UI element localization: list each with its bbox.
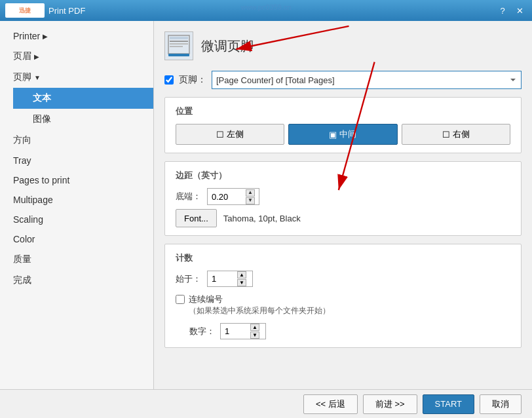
- svg-rect-4: [170, 46, 183, 47]
- continuous-row: 连续编号 （如果禁选中系统采用每个文件夹开始）: [176, 294, 510, 316]
- count-start-down[interactable]: ▼: [237, 279, 246, 286]
- footer-checkbox[interactable]: [164, 75, 174, 85]
- back-button[interactable]: << 后退: [303, 394, 358, 414]
- start-button[interactable]: START: [423, 394, 474, 414]
- bottom-bar: << 后退 前进 >> START 取消: [0, 389, 532, 418]
- margin-bottom-value[interactable]: [212, 192, 244, 202]
- continuous-label: 连续编号: [189, 294, 330, 305]
- sidebar-item-scaling[interactable]: Scaling: [0, 210, 153, 229]
- margin-bottom-label: 底端：: [176, 191, 202, 202]
- font-row: Font... Tahoma, 10pt, Black: [176, 209, 510, 227]
- panel-header: 微调页脚: [164, 31, 522, 60]
- footer-content-dropdown[interactable]: [Page Counter] of [Total Pages][Page Cou…: [212, 71, 522, 89]
- app-logo: 迅捷: [5, 3, 45, 18]
- margin-section: 边距（英寸） 底端： ▲ ▼ Font... Tahoma, 10pt, Bla…: [164, 161, 522, 236]
- panel-title: 微调页脚: [201, 37, 254, 55]
- digits-value[interactable]: [221, 325, 250, 337]
- close-button[interactable]: ✕: [512, 4, 527, 17]
- continuous-note: （如果禁选中系统采用每个文件夹开始）: [189, 305, 330, 316]
- position-center-button[interactable]: ▣ 中间: [288, 124, 397, 145]
- help-button[interactable]: ?: [495, 4, 510, 17]
- position-center-label: 中间: [339, 128, 356, 140]
- footer-checkbox-label: 页脚：: [179, 74, 206, 86]
- sidebar-item-color[interactable]: Color: [0, 229, 153, 249]
- margin-section-title: 边距（英寸）: [176, 170, 510, 181]
- sidebar-item-text[interactable]: 文本: [13, 88, 153, 109]
- main-container: Printer 页眉 页脚 文本 图像 方向 Tray Pages to pri…: [0, 21, 532, 418]
- position-left-button[interactable]: ☐ 左侧: [176, 124, 284, 145]
- position-section-title: 位置: [176, 105, 510, 117]
- count-section-title: 计数: [176, 252, 510, 264]
- position-section: 位置 ☐ 左侧 ▣ 中间 ☐ 右侧: [164, 97, 522, 153]
- font-info: Tahoma, 10pt, Black: [223, 214, 301, 223]
- sidebar-item-quality[interactable]: 质量: [0, 249, 153, 270]
- digits-row: 数字： ▲ ▼: [176, 323, 510, 339]
- count-start-row: 始于： ▲ ▼: [176, 271, 510, 287]
- svg-rect-2: [170, 41, 188, 42]
- position-buttons: ☐ 左侧 ▣ 中间 ☐ 右侧: [176, 124, 510, 145]
- sidebar-sub-footer: 文本 图像: [0, 88, 153, 130]
- digits-down[interactable]: ▼: [250, 332, 259, 339]
- content-area: 微调页脚 页脚： [Page Counter] of [Total Pages]…: [154, 21, 532, 418]
- margin-up-arrow[interactable]: ▲: [246, 189, 255, 197]
- sidebar: Printer 页眉 页脚 文本 图像 方向 Tray Pages to pri…: [0, 21, 154, 418]
- forward-button[interactable]: 前进 >>: [363, 394, 417, 414]
- sidebar-item-direction[interactable]: 方向: [0, 130, 153, 151]
- svg-rect-1: [170, 37, 188, 39]
- app-title: Print PDF: [48, 6, 85, 16]
- cancel-button[interactable]: 取消: [480, 394, 522, 414]
- count-section: 计数 始于： ▲ ▼ 连续编号 （如果禁选中系统采用每个文件夹开始）: [164, 244, 522, 348]
- continuous-checkbox[interactable]: [176, 295, 185, 304]
- title-bar: 迅捷 Print PDF ? ✕: [0, 0, 532, 21]
- sidebar-item-finish[interactable]: 完成: [0, 270, 153, 291]
- margin-down-arrow[interactable]: ▼: [246, 197, 255, 204]
- sidebar-item-printer[interactable]: Printer: [0, 26, 153, 46]
- margin-bottom-input[interactable]: ▲ ▼: [207, 188, 259, 205]
- sidebar-item-image[interactable]: 图像: [13, 109, 153, 130]
- sidebar-item-pages-to-print[interactable]: Pages to print: [0, 170, 153, 190]
- count-start-label: 始于：: [176, 273, 202, 285]
- margin-row: 底端： ▲ ▼: [176, 188, 510, 205]
- font-button[interactable]: Font...: [176, 209, 217, 227]
- sidebar-item-tray[interactable]: Tray: [0, 151, 153, 170]
- position-left-label: 左侧: [227, 128, 244, 140]
- count-start-value[interactable]: [208, 273, 237, 285]
- count-start-up[interactable]: ▲: [237, 271, 246, 278]
- sidebar-item-footer[interactable]: 页脚: [0, 67, 153, 88]
- position-right-button[interactable]: ☐ 右侧: [402, 124, 510, 145]
- svg-rect-3: [170, 43, 188, 45]
- digits-up[interactable]: ▲: [250, 324, 259, 331]
- sidebar-item-multipage[interactable]: Multipage: [0, 190, 153, 210]
- svg-rect-5: [168, 54, 189, 56]
- sidebar-item-header[interactable]: 页眉: [0, 46, 153, 67]
- digits-label: 数字：: [189, 326, 215, 337]
- panel-icon: [164, 31, 193, 60]
- position-right-label: 右侧: [453, 128, 470, 140]
